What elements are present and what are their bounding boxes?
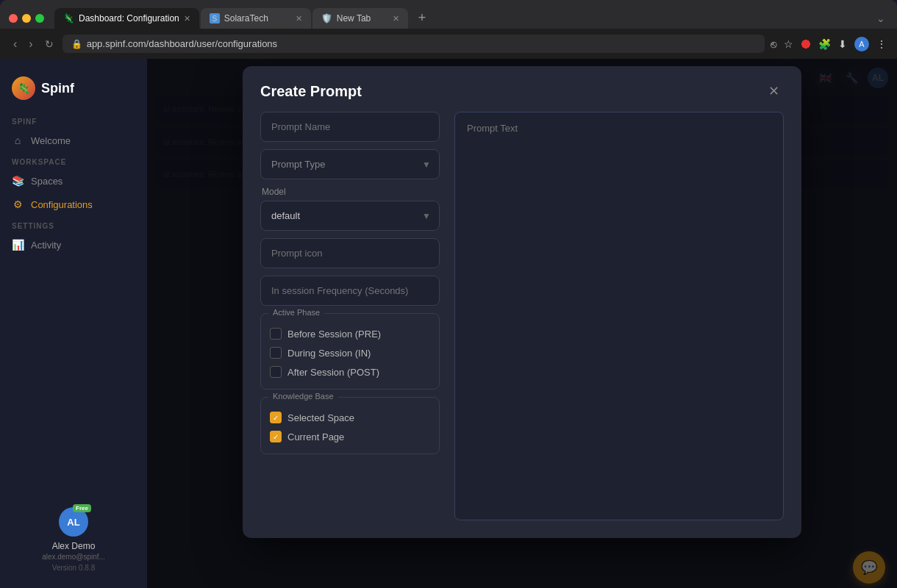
tab-close-dashboard[interactable]: ✕ [184, 14, 190, 24]
sidebar-label-configurations: Configurations [31, 199, 93, 210]
sidebar-user: AL Free Alex Demo alex.demo@spinf... Ver… [0, 495, 147, 584]
profile-icon[interactable]: A [854, 37, 869, 51]
sidebar-item-welcome[interactable]: ⌂ Welcome [0, 129, 147, 152]
model-select-wrapper: default gpt-4 gpt-3.5-turbo ▼ [260, 201, 440, 231]
sidebar-item-configurations[interactable]: ⚙ Configurations [0, 193, 147, 216]
sidebar-section-spinf: SPINF [0, 112, 147, 129]
text-column [454, 112, 784, 520]
checkbox-before-label: Before Session (PRE) [287, 329, 381, 340]
prompt-text-input[interactable] [454, 112, 784, 520]
sidebar-section-workspace: WORKSPACE [0, 152, 147, 169]
browser-chrome: 🦎 Dashboard: Configuration ✕ S SolaraTec… [0, 0, 897, 588]
active-phase-legend: Active Phase [268, 308, 324, 317]
checkbox-current-page[interactable]: ✓ Current Page [270, 427, 430, 446]
tab-solara[interactable]: S SolaraTech ✕ [201, 8, 311, 29]
checkbox-current-page-label: Current Page [287, 431, 344, 442]
checkbox-selected-space[interactable]: ✓ Selected Space [270, 408, 430, 427]
tab-label-dashboard: Dashboard: Configuration [79, 13, 179, 24]
active-phase-section: Active Phase Before Session (PRE) During [260, 313, 440, 390]
spaces-icon: 📚 [12, 175, 24, 187]
logo-icon: 🦎 [12, 76, 35, 100]
checkbox-current-page-icon: ✓ [270, 431, 282, 442]
checkbox-before-session[interactable]: Before Session (PRE) [270, 324, 430, 343]
address-text: app.spinf.com/dashboard/user/configurati… [87, 38, 277, 49]
checkbox-during-icon [270, 347, 282, 359]
brand-name: Spinf [41, 81, 74, 96]
modal-overlay: Create Prompt ✕ [147, 59, 897, 588]
sidebar-label-spaces: Spaces [31, 176, 62, 187]
checkbox-selected-space-label: Selected Space [287, 412, 354, 423]
sidebar: 🦎 Spinf SPINF ⌂ Welcome WORKSPACE 📚 Spac… [0, 59, 147, 588]
browser-titlebar: 🦎 Dashboard: Configuration ✕ S SolaraTec… [0, 0, 897, 29]
extensions-icon[interactable]: 🧩 [818, 38, 831, 50]
checkbox-after-session[interactable]: After Session (POST) [270, 362, 430, 381]
tab-close-newtab[interactable]: ✕ [393, 14, 399, 24]
configurations-icon: ⚙ [12, 198, 24, 210]
sidebar-item-spaces[interactable]: 📚 Spaces [0, 169, 147, 193]
nav-refresh-button[interactable]: ↻ [42, 37, 57, 51]
record-icon [801, 39, 811, 49]
tab-newtab[interactable]: 🛡️ New Tab ✕ [312, 8, 408, 29]
tab-label-newtab: New Tab [337, 13, 371, 24]
checkbox-after-label: After Session (POST) [287, 367, 379, 378]
tab-icon-dashboard: 🦎 [63, 13, 74, 24]
traffic-light-yellow[interactable] [22, 14, 31, 23]
knowledge-base-legend: Knowledge Base [268, 392, 338, 401]
user-name: Alex Demo [12, 541, 135, 551]
sidebar-logo: 🦎 Spinf [0, 71, 147, 112]
modal-body: Prompt Type ▼ Model default g [243, 112, 801, 538]
new-tab-button[interactable]: + [412, 7, 432, 29]
prompt-type-select[interactable]: Prompt Type [260, 149, 440, 179]
prompt-name-input[interactable] [260, 112, 440, 142]
create-prompt-modal: Create Prompt ✕ [243, 66, 801, 538]
free-badge: Free [73, 504, 91, 512]
model-group: Model default gpt-4 gpt-3.5-turbo ▼ [260, 187, 440, 231]
model-select[interactable]: default gpt-4 gpt-3.5-turbo [260, 201, 440, 231]
prompt-type-wrapper: Prompt Type ▼ [260, 149, 440, 179]
prompt-icon-input[interactable] [260, 238, 440, 268]
checkbox-during-label: During Session (IN) [287, 348, 371, 359]
tab-dashboard[interactable]: 🦎 Dashboard: Configuration ✕ [54, 8, 199, 29]
traffic-lights [9, 14, 44, 23]
modal-title: Create Prompt [260, 83, 362, 100]
menu-icon[interactable]: ⋮ [876, 38, 887, 50]
checkbox-during-session[interactable]: During Session (IN) [270, 343, 430, 362]
main-content: 🇬🇧 🔧 AL al assistant. Review content and… [147, 59, 897, 588]
tab-label-solara: SolaraTech [224, 13, 268, 24]
sidebar-item-activity[interactable]: 📊 Activity [0, 233, 147, 257]
tab-expand-button[interactable]: ⌄ [873, 10, 888, 27]
tab-close-solara[interactable]: ✕ [296, 14, 302, 24]
user-avatar: AL Free [59, 507, 88, 537]
sidebar-section-settings: SETTINGS [0, 216, 147, 233]
version-text: Version 0.8.8 [12, 564, 135, 572]
address-field[interactable]: 🔒 app.spinf.com/dashboard/user/configura… [62, 35, 765, 53]
lock-icon: 🔒 [71, 39, 82, 49]
traffic-light-red[interactable] [9, 14, 18, 23]
modal-close-button[interactable]: ✕ [763, 81, 784, 101]
user-email: alex.demo@spinf... [12, 553, 135, 561]
download-icon[interactable]: ⬇ [838, 38, 847, 50]
cast-icon[interactable]: ⎋ [771, 38, 776, 50]
tabs-bar: 🦎 Dashboard: Configuration ✕ S SolaraTec… [54, 7, 868, 29]
nav-forward-button[interactable]: › [26, 36, 35, 52]
tab-icon-newtab: 🛡️ [321, 13, 332, 24]
sidebar-label-welcome: Welcome [31, 135, 71, 146]
traffic-light-green[interactable] [35, 14, 44, 23]
address-bar: ‹ › ↻ 🔒 app.spinf.com/dashboard/user/con… [0, 29, 897, 59]
knowledge-base-section: Knowledge Base ✓ Selected Space ✓ Curren… [260, 397, 440, 454]
nav-back-button[interactable]: ‹ [10, 36, 20, 52]
activity-icon: 📊 [12, 239, 24, 251]
welcome-icon: ⌂ [12, 135, 24, 146]
sidebar-label-activity: Activity [31, 240, 61, 251]
checkbox-after-icon [270, 366, 282, 378]
tab-icon-solara: S [210, 13, 220, 24]
checkbox-selected-space-icon: ✓ [270, 412, 282, 423]
frequency-input[interactable] [260, 276, 440, 306]
checkbox-before-icon [270, 328, 282, 340]
app-container: 🦎 Spinf SPINF ⌂ Welcome WORKSPACE 📚 Spac… [0, 59, 897, 588]
modal-header: Create Prompt ✕ [243, 66, 801, 112]
bookmark-icon[interactable]: ☆ [784, 38, 793, 50]
model-label: Model [260, 187, 440, 197]
form-column: Prompt Type ▼ Model default g [260, 112, 443, 520]
browser-toolbar-right: ⎋ ☆ 🧩 ⬇ A ⋮ [771, 37, 887, 51]
